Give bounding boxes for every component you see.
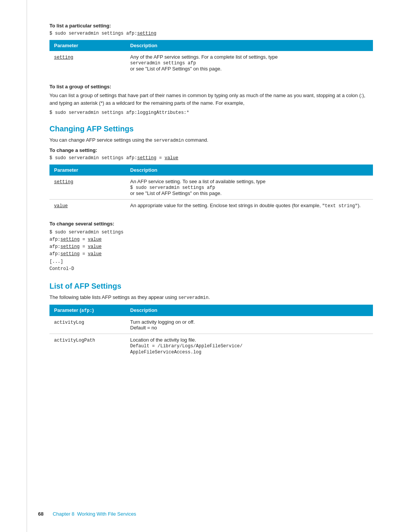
table-cell-desc-activitylog: Turn activity logging on or off. Default…: [126, 316, 373, 334]
table-change-setting: Parameter Description setting An AFP ser…: [49, 165, 373, 212]
table-cell-param-setting: setting: [49, 176, 126, 200]
code-block-several: $ sudo serveradmin settings afp:setting …: [49, 229, 373, 273]
heading-change-setting: To change a setting:: [49, 147, 373, 153]
table-col-param-code: afp:: [81, 308, 92, 313]
table-col-description: Description: [126, 40, 373, 51]
subsection-change-setting: To change a setting: $ sudo serveradmin …: [49, 147, 373, 212]
table-row-activitylog: activityLog Turn activity logging on or …: [49, 316, 373, 334]
code-setting-underline: setting: [137, 155, 156, 161]
table-row-activitylogpath: activityLogPath Location of the activity…: [49, 334, 373, 358]
heading-list-group: To list a group of settings:: [49, 84, 373, 89]
code-list-particular: $ sudo serveradmin settings afp:setting: [49, 31, 373, 36]
section-list-particular-setting: To list a particular setting: $ sudo ser…: [49, 23, 373, 75]
heading-change-several: To change several settings:: [49, 221, 373, 227]
code-setting-link: setting: [137, 31, 156, 36]
table-row-setting: setting An AFP service setting. To see a…: [49, 176, 373, 200]
intro-list-afp: The following table lists AFP settings a…: [49, 294, 373, 302]
table-header-row: Parameter Description: [49, 40, 373, 51]
intro-list-before: The following table lists AFP settings a…: [49, 294, 177, 300]
table-col-description-2: Description: [126, 165, 373, 176]
table-cell-desc-activitylogpath: Location of the activity log file. Defau…: [126, 334, 373, 358]
code-list-group: $ sudo serveradmin settings afp:loggingA…: [49, 110, 373, 115]
code-value-1: value: [88, 237, 102, 242]
table-col-parameter-3: Parameter (afp:): [49, 305, 126, 316]
intro-list-after: .: [209, 294, 210, 300]
param-code-setting: setting: [54, 179, 73, 185]
code-setting-1: setting: [61, 237, 80, 242]
chapter-title: Working With File Services: [77, 511, 136, 517]
table-col-param-label: Parameter (: [54, 307, 81, 313]
intro-list-code: serveradmin: [178, 295, 209, 300]
table-cell-activitylogpath: activityLogPath: [49, 334, 126, 358]
table-list-afp-settings: Parameter (afp:) Description activityLog…: [49, 305, 373, 358]
table-header-row-2: Parameter Description: [49, 165, 373, 176]
left-border: [27, 0, 27, 532]
page-footer: 68 Chapter 8 Working With File Services: [0, 511, 411, 517]
param-setting-link: setting: [54, 54, 73, 60]
section-list-group: To list a group of settings: You can lis…: [49, 84, 373, 115]
table-header-row-3: Parameter (afp:) Description: [49, 305, 373, 316]
section-changing-afp: Changing AFP Settings You can change AFP…: [49, 125, 373, 273]
code-value-3: value: [88, 251, 102, 257]
intro-text-before: You can change AFP service settings usin…: [49, 137, 152, 143]
code-setting-3: setting: [61, 251, 80, 257]
chapter-label: Chapter 8: [53, 511, 74, 517]
param-code-activitylogpath: activityLogPath: [54, 338, 95, 343]
section-list-afp-settings: List of AFP Settings The following table…: [49, 282, 373, 358]
footer-chapter: Chapter 8 Working With File Services: [53, 511, 136, 517]
table-col-param-label-close: ): [92, 307, 94, 313]
table-cell-param: setting: [49, 51, 126, 75]
desc-code-afp: serveradmin settings afp: [130, 61, 196, 66]
code-value-2: value: [88, 244, 102, 249]
heading-list-particular: To list a particular setting:: [49, 23, 373, 29]
param-code-activitylog: activityLog: [54, 320, 84, 325]
table-cell-param-value: value: [49, 199, 126, 212]
table-cell-desc-setting: An AFP service setting. To see a list of…: [126, 176, 373, 200]
code-change-setting: $ sudo serveradmin settings afp:setting …: [49, 155, 373, 161]
title-list-afp-settings: List of AFP Settings: [49, 282, 373, 291]
desc-code-value: "text string": [322, 203, 358, 209]
param-value-link: value: [54, 203, 68, 208]
desc-code-setting: $ sudo serveradmin settings afp: [130, 185, 215, 190]
body-text-list-group: You can list a group of settings that ha…: [49, 92, 373, 107]
title-changing-afp: Changing AFP Settings: [49, 125, 373, 133]
intro-text-after: command.: [185, 137, 209, 143]
code-value-underline: value: [164, 155, 178, 161]
page-container: To list a particular setting: $ sudo ser…: [0, 0, 411, 532]
intro-code: serveradmin: [154, 138, 184, 143]
table-col-description-3: Description: [126, 305, 373, 316]
table-list-particular: Parameter Description setting Any of the…: [49, 40, 373, 75]
table-cell-desc-value: An appropriate value for the setting. En…: [126, 199, 373, 212]
subsection-change-several: To change several settings: $ sudo serve…: [49, 221, 373, 273]
table-cell-desc: Any of the AFP service settings. For a c…: [126, 51, 373, 75]
code-text: $ sudo serveradmin settings afp:setting: [49, 31, 156, 36]
table-row-value: value An appropriate value for the setti…: [49, 199, 373, 212]
table-col-parameter-2: Parameter: [49, 165, 126, 176]
desc-code-path1: Default = /Library/Logs/AppleFileService…: [130, 343, 242, 349]
table-cell-activitylog: activityLog: [49, 316, 126, 334]
page-number: 68: [38, 511, 43, 517]
param-code: setting: [54, 55, 73, 60]
intro-changing-afp: You can change AFP service settings usin…: [49, 136, 373, 144]
desc-code-path2: AppleFileServiceAccess.log: [130, 350, 201, 355]
table-col-parameter: Parameter: [49, 40, 126, 51]
code-setting-2: setting: [61, 244, 80, 249]
param-setting-link-2: setting: [54, 179, 73, 184]
table-row: setting Any of the AFP service settings.…: [49, 51, 373, 75]
param-code-value: value: [54, 203, 68, 209]
